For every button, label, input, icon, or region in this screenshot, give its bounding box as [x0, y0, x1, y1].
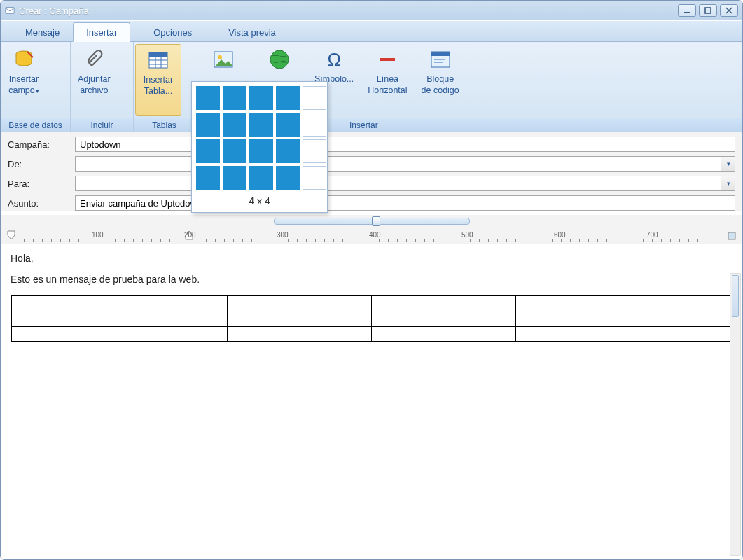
table-grid-cell[interactable] [303, 113, 326, 136]
ruler-right-marker[interactable] [727, 231, 737, 242]
hr-icon [375, 48, 399, 71]
editor-body: Esto es un mensaje de prueba para la web… [11, 274, 732, 285]
editor-toolbar [1, 215, 742, 227]
svg-rect-19 [728, 232, 735, 239]
inserted-table[interactable] [11, 295, 732, 342]
svg-rect-14 [380, 58, 395, 61]
app-icon [5, 6, 15, 15]
campaign-input[interactable]: Uptodown [75, 136, 735, 152]
table-icon [146, 48, 170, 72]
to-label: Para: [8, 178, 75, 189]
from-label: De: [8, 159, 75, 169]
insert-table-label: Insertar Tabla... [144, 75, 173, 97]
close-button[interactable] [720, 4, 738, 17]
table-cell[interactable] [515, 311, 732, 326]
tab-opciones[interactable]: Opciones [140, 22, 205, 41]
table-cell[interactable] [11, 295, 228, 311]
database-icon [12, 48, 36, 71]
ruler: 100 200 300 400 500 600 700 [1, 227, 742, 244]
table-cell[interactable] [515, 326, 732, 342]
code-block-icon [429, 48, 452, 71]
table-grid-cell[interactable] [196, 86, 220, 110]
table-grid-cell[interactable] [303, 139, 326, 163]
group-label-database: Base de datos [1, 118, 70, 132]
group-label-tables: Tablas [134, 118, 195, 132]
table-size-label: 4 x 4 [196, 190, 323, 209]
to-input[interactable] [75, 176, 721, 191]
code-block-button[interactable]: Bloque de código [415, 42, 466, 118]
from-input[interactable] [75, 156, 721, 172]
table-grid-cell[interactable] [223, 113, 246, 136]
ribbon: Insertar campo▾ Base de datos Adjuntar a… [1, 41, 742, 132]
table-grid-cell[interactable] [223, 86, 246, 110]
code-block-label: Bloque de código [422, 74, 459, 96]
table-grid-cell[interactable] [276, 139, 300, 163]
table-grid-cell[interactable] [249, 166, 273, 190]
ruler-mark: 300 [277, 231, 289, 239]
horizontal-line-label: Línea Horizontal [368, 74, 407, 96]
table-grid-cell[interactable] [223, 166, 246, 190]
table-grid-cell[interactable] [223, 139, 246, 163]
table-cell[interactable] [11, 326, 228, 342]
table-grid-cell[interactable] [303, 166, 326, 190]
table-grid-cell[interactable] [196, 113, 220, 136]
editor-greeting: Hola, [11, 253, 732, 264]
table-grid-cell[interactable] [196, 139, 220, 163]
table-grid-cell[interactable] [249, 86, 273, 110]
table-grid-cell[interactable] [276, 166, 300, 190]
svg-point-13 [270, 50, 289, 69]
ruler-mark: 100 [92, 231, 104, 239]
globe-icon [268, 48, 291, 71]
insert-field-button[interactable]: Insertar campo▾ [1, 42, 47, 118]
table-grid-cell[interactable] [249, 139, 273, 163]
from-dropdown[interactable]: ▾ [721, 156, 735, 172]
table-cell[interactable] [515, 295, 732, 311]
svg-rect-16 [431, 52, 450, 56]
svg-rect-0 [6, 8, 14, 14]
tab-mensaje[interactable]: Mensaje [12, 22, 73, 41]
subject-input[interactable]: Enviar campaña de Uptodown [75, 195, 735, 211]
campaign-label: Campaña: [8, 139, 75, 150]
subject-label: Asunto: [8, 198, 75, 209]
title-bar: Crear : Campaña [1, 1, 742, 20]
tab-insertar[interactable]: Insertar [73, 22, 130, 42]
group-label-include: Incluir [71, 118, 133, 132]
svg-point-12 [218, 55, 222, 59]
ruler-mark: 600 [554, 231, 566, 239]
insert-table-button[interactable]: Insertar Tabla... [135, 44, 181, 115]
to-dropdown[interactable]: ▾ [721, 176, 735, 191]
table-cell[interactable] [371, 326, 515, 342]
ruler-mark: 200 [184, 231, 196, 239]
table-grid-cell[interactable] [276, 86, 300, 110]
insert-field-label: Insertar campo▾ [8, 74, 39, 96]
table-grid-cell[interactable] [196, 166, 220, 190]
horizontal-line-button[interactable]: Línea Horizontal [361, 42, 414, 118]
table-grid-cell[interactable] [249, 113, 273, 136]
table-cell[interactable] [228, 326, 372, 342]
window-title: Crear : Campaña [19, 6, 678, 16]
attach-file-button[interactable]: Adjuntar archivo [71, 42, 118, 118]
zoom-thumb[interactable] [372, 216, 380, 226]
minimize-button[interactable] [678, 4, 696, 17]
zoom-slider[interactable] [274, 218, 470, 225]
attach-file-label: Adjuntar archivo [78, 74, 111, 96]
table-size-popup[interactable]: 4 x 4 [191, 81, 328, 213]
editor-area[interactable]: Hola, Esto es un mensaje de prueba para … [1, 244, 742, 545]
table-grid-cell[interactable] [303, 86, 326, 110]
table-cell[interactable] [371, 295, 515, 311]
svg-rect-2 [705, 8, 711, 13]
omega-icon: Ω [322, 48, 346, 71]
vertical-scrollbar[interactable] [730, 273, 741, 556]
table-cell[interactable] [371, 311, 515, 326]
ruler-mark: 400 [369, 231, 381, 239]
table-cell[interactable] [228, 311, 372, 326]
table-grid-cell[interactable] [276, 113, 300, 136]
svg-rect-6 [149, 52, 167, 57]
svg-rect-1 [684, 12, 690, 13]
scrollbar-thumb[interactable] [732, 275, 739, 317]
maximize-button[interactable] [699, 4, 717, 17]
table-cell[interactable] [228, 295, 372, 311]
table-cell[interactable] [11, 311, 228, 326]
paperclip-icon [82, 48, 106, 71]
tab-vista-previa[interactable]: Vista previa [215, 22, 289, 41]
